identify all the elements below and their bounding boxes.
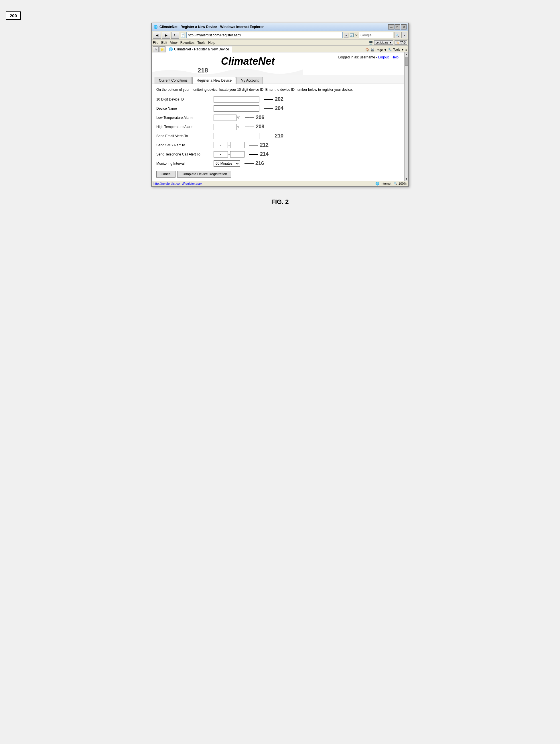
wave-decoration	[152, 67, 303, 75]
ref-206: 206	[256, 115, 264, 120]
nav-tabs: Current Conditions Register a New Device…	[152, 75, 404, 84]
minimize-button[interactable]: —	[388, 24, 394, 30]
tools-menu[interactable]: 🔧 Tools ▼	[388, 48, 404, 51]
close-icon[interactable]: ✕	[355, 33, 358, 37]
ref-arrow-214: ——	[249, 152, 258, 157]
go-back-icon[interactable]: 🔄	[349, 33, 354, 37]
device-name-label: Device Name	[156, 107, 214, 111]
menu-edit[interactable]: Edit	[161, 41, 167, 45]
email-alerts-row: Send Email Alerts To —— 210	[156, 133, 400, 139]
address-bar: ◀ ▶ ↻ 📄 ▼ 🔄 ✕ 🔍 ▼	[152, 31, 408, 40]
tel-exchange[interactable]	[230, 151, 245, 157]
ref-218: 218	[197, 67, 208, 74]
page-menu[interactable]: Page ▼	[376, 48, 387, 51]
zoom-value: 100%	[399, 182, 407, 185]
telephone-alert-row: Send Telephone Call Alert To - —— 214	[156, 151, 400, 157]
browser-icon: 🌐	[153, 25, 158, 29]
low-temp-row: Low Temperature Alarm °F —— 206	[156, 115, 400, 121]
refresh-button[interactable]: ↻	[171, 32, 179, 39]
zone-label: Internet	[380, 182, 391, 185]
ref-arrow-206: ——	[245, 115, 254, 120]
button-row: Cancel Complete Device Registration	[156, 171, 400, 178]
telephone-alert-label: Send Telephone Call Alert To	[156, 152, 214, 156]
more-icon[interactable]: »	[405, 48, 407, 51]
home-icon[interactable]: 🏠	[365, 48, 369, 51]
zone-icon: 🌐	[375, 182, 379, 186]
delicious-bookmark[interactable]: cel.icio.us ▼	[374, 40, 394, 45]
low-temp-label: Low Temperature Alarm	[156, 116, 214, 120]
tab-my-account[interactable]: My Account	[236, 77, 263, 84]
instruction-text: On the bottom of your monitoring device,…	[156, 87, 400, 92]
ref-208: 208	[256, 124, 264, 130]
dropdown-icon[interactable]: ▼	[344, 33, 348, 38]
device-name-row: Device Name —— 204	[156, 105, 400, 112]
sms-alert-label: Send SMS Alert To	[156, 143, 214, 147]
maximize-button[interactable]: □	[395, 24, 400, 30]
complete-registration-button[interactable]: Complete Device Registration	[177, 171, 231, 178]
tab-actions: 🏠 🖨️ Page ▼ 🔧 Tools ▼ »	[365, 48, 407, 52]
ref-212: 212	[260, 142, 268, 148]
device-name-input[interactable]	[214, 105, 259, 112]
favorites-star[interactable]: ☆	[153, 46, 159, 52]
sms-exchange[interactable]	[230, 142, 245, 148]
menu-view[interactable]: View	[170, 41, 178, 45]
ref-202: 202	[275, 96, 284, 102]
scroll-thumb[interactable]	[405, 57, 408, 66]
window-title: ClimateNet - Register a New Device - Win…	[159, 25, 264, 29]
monitoring-interval-select[interactable]: 15 Minutes 30 Minutes 60 Minutes 120 Min…	[214, 160, 240, 167]
zone-indicator: 🌐 Internet	[375, 182, 391, 186]
sms-area-code[interactable]	[214, 142, 228, 148]
menu-help[interactable]: Help	[208, 41, 215, 45]
ref-210: 210	[275, 133, 284, 139]
tel-area-code[interactable]	[214, 151, 228, 157]
search-input[interactable]	[359, 32, 394, 38]
address-input[interactable]	[186, 32, 343, 38]
help-link[interactable]: Help	[391, 55, 399, 59]
add-favorite-star[interactable]: ⭐	[159, 46, 165, 52]
tab-register-device[interactable]: Register a New Device	[192, 77, 236, 84]
vertical-scrollbar[interactable]: ▲ ▼	[404, 52, 408, 181]
search-button[interactable]: 🔍	[395, 32, 400, 38]
ref-214: 214	[260, 151, 268, 157]
search-options-button[interactable]: ▼	[401, 32, 407, 38]
monitoring-interval-label: Monitoring Interval	[156, 161, 214, 165]
logout-link[interactable]: Logout	[378, 55, 389, 59]
site-logo: ClimateNet	[157, 55, 338, 67]
cancel-button[interactable]: Cancel	[156, 171, 176, 178]
form-area: On the bottom of your monitoring device,…	[152, 84, 404, 181]
menu-favorites[interactable]: Favorites	[180, 41, 194, 45]
menu-bar: File Edit View Favorites Tools Help 🖥️ c…	[152, 40, 408, 45]
active-tab[interactable]: 🌐 ClimateNet - Register a New Device	[165, 46, 232, 52]
close-button[interactable]: ✕	[401, 24, 407, 30]
ref-216: 216	[255, 160, 264, 166]
ref-arrow-202: ——	[264, 97, 273, 102]
device-id-input[interactable]	[214, 96, 259, 103]
logged-in-text: Logged in as: username -	[338, 55, 377, 59]
email-alerts-input[interactable]	[214, 133, 259, 139]
status-bar: http://myalertlist.com/Register.aspx 🌐 I…	[152, 181, 408, 186]
main-content: 218 ClimateNet Logged in as: username - …	[152, 52, 404, 181]
ref-arrow-216: ——	[245, 161, 254, 166]
menu-tools[interactable]: Tools	[197, 41, 205, 45]
back-button[interactable]: ◀	[153, 32, 161, 39]
forward-button[interactable]: ▶	[162, 32, 170, 39]
bookmark-icon: 🖥️	[369, 41, 373, 45]
sms-dash1: -	[228, 143, 230, 147]
device-id-row: 10 Digit Device ID —— 202	[156, 96, 400, 103]
scroll-down-arrow[interactable]: ▼	[405, 178, 408, 180]
device-id-label: 10 Digit Device ID	[156, 97, 214, 101]
status-url: http://myalertlist.com/Register.aspx	[153, 182, 202, 185]
high-temp-input[interactable]	[214, 124, 236, 130]
login-info: Logged in as: username - Logout | Help	[338, 55, 399, 59]
page-content-wrapper: 218 ClimateNet Logged in as: username - …	[152, 52, 408, 181]
tel-dash1: -	[228, 152, 230, 156]
print-icon[interactable]: 🖨️	[370, 48, 374, 51]
low-temp-input[interactable]	[214, 115, 236, 121]
tab-bar: ☆ ⭐ 🌐 ClimateNet - Register a New Device…	[152, 45, 408, 52]
tab-current-conditions[interactable]: Current Conditions	[155, 77, 192, 84]
telephone-phone-input: -	[214, 151, 245, 157]
monitoring-interval-select-wrapper: 15 Minutes 30 Minutes 60 Minutes 120 Min…	[214, 160, 240, 167]
menu-file[interactable]: File	[153, 41, 158, 45]
tag-bookmark[interactable]: 🏷️ TAG	[395, 40, 407, 45]
scroll-up-arrow[interactable]: ▲	[405, 53, 408, 56]
